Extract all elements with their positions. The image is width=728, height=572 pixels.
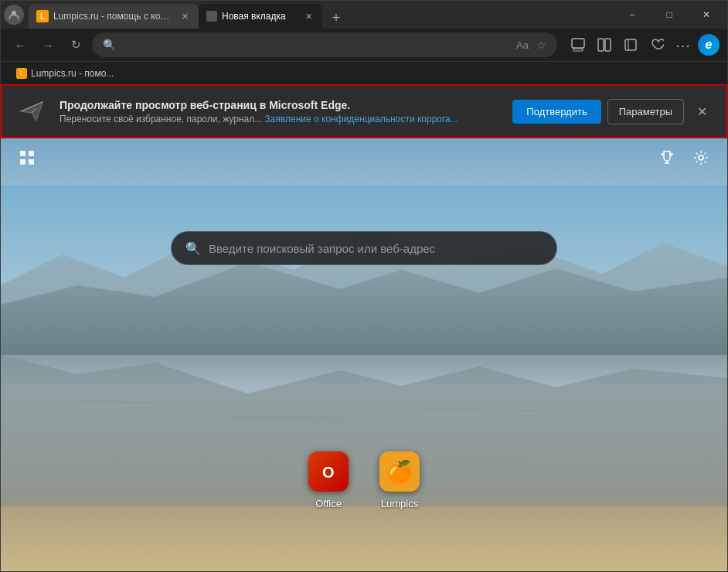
tab1-favicon: L [36,10,49,22]
favorites-icon[interactable]: ☆ [536,39,546,51]
address-bar[interactable]: 🔍 Аа ☆ [92,32,557,57]
new-tab-topbar [1,138,727,177]
search-container: 🔍 Введите поисковый запрос или веб-адрес [171,231,557,265]
profile-icon[interactable] [4,5,24,25]
maximize-button[interactable]: □ [651,2,687,27]
bookmark-bar: L Lumpics.ru - помо... [1,61,727,84]
tab1-title: Lumpics.ru - помощь с компьют... [53,11,174,22]
tab-manager-icon[interactable] [566,33,590,56]
tab2-favicon [206,11,217,22]
trophy-icon[interactable] [653,144,681,172]
office-icon: O [308,451,349,492]
profile-heart-icon[interactable] [645,33,668,56]
address-search-icon: 🔍 [103,39,116,51]
address-bar-icons: Аа ☆ [516,39,546,51]
office-label: Office [315,498,342,509]
collections-icon[interactable] [619,33,642,56]
browser-window: L Lumpics.ru - помощь с компьют... ✕ Нов… [0,0,728,572]
svg-text:O: O [322,464,335,481]
svg-rect-5 [625,39,636,50]
edge-icon[interactable]: e [698,34,719,56]
tab2-title: Новая вкладка [222,11,298,22]
refresh-button[interactable]: ↻ [64,33,87,56]
banner-close-button[interactable]: ✕ [690,100,713,123]
minimize-button[interactable]: − [614,2,650,27]
svg-rect-17 [29,151,34,156]
svg-rect-18 [20,159,26,165]
banner-text: Продолжайте просмотр веб-страниц в Micro… [60,99,502,124]
customize-icon[interactable] [687,144,715,172]
svg-point-22 [699,155,703,160]
apps-grid-icon[interactable] [13,144,41,172]
search-icon: 🔍 [185,241,201,256]
window-controls: − □ ✕ [614,2,724,27]
bookmark-lumpics-label: Lumpics.ru - помо... [31,68,114,79]
banner-actions: Подтвердить Параметры ✕ [512,99,713,124]
tab-lumpics[interactable]: L Lumpics.ru - помощь с компьют... ✕ [29,4,199,29]
mountain-svg [1,185,727,355]
tab1-close[interactable]: ✕ [179,10,191,22]
split-screen-icon[interactable] [593,33,616,56]
back-button[interactable]: ← [9,33,32,56]
title-bar: L Lumpics.ru - помощь с компьют... ✕ Нов… [1,1,727,29]
lumpics-icon: 🍊 [379,451,420,492]
tab2-close[interactable]: ✕ [302,10,315,22]
search-placeholder: Введите поисковый запрос или веб-адрес [209,242,435,255]
banner-subtitle-text: Переносите своё избранное, пароли, журна… [60,114,264,124]
app-lumpics[interactable]: 🍊 Lumpics [379,451,420,509]
banner-subtitle: Переносите своё избранное, пароли, журна… [60,114,502,124]
search-box[interactable]: 🔍 Введите поисковый запрос или веб-адрес [171,231,557,265]
svg-rect-19 [29,159,34,165]
tab-bar: L Lumpics.ru - помощь с компьют... ✕ Нов… [29,1,611,29]
banner-privacy-link[interactable]: Заявление о конфиденциальности корpora..… [264,114,458,124]
tab-new[interactable]: Новая вкладка ✕ [199,4,322,29]
browser-toolbar-right: ··· e [566,33,719,56]
forward-button[interactable]: → [36,33,60,56]
settings-button[interactable]: Параметры [607,99,684,124]
new-tab-button[interactable]: + [325,7,347,29]
bookmark-lumpics[interactable]: L Lumpics.ru - помо... [10,66,120,80]
app-office[interactable]: O Office [308,451,349,509]
new-tab-content: 🔍 Введите поисковый запрос или веб-адрес… [1,138,727,571]
close-button[interactable]: ✕ [689,2,724,27]
confirm-button[interactable]: Подтвердить [512,100,600,124]
paper-plane-icon [15,94,49,128]
svg-rect-4 [605,39,611,51]
apps-container: O Office 🍊 Lumpics [308,451,420,509]
svg-rect-1 [572,39,584,48]
nav-bar: ← → ↻ 🔍 Аа ☆ [1,29,727,61]
banner-title: Продолжайте просмотр веб-страниц в Micro… [60,99,502,111]
notification-banner: Продолжайте просмотр веб-страниц в Micro… [1,84,727,138]
lumpics-label: Lumpics [381,498,418,509]
new-tab-right-icons [653,144,715,172]
svg-rect-2 [573,49,583,51]
ground [1,506,727,571]
reader-view-icon[interactable]: Аа [516,39,529,51]
svg-rect-16 [20,151,26,156]
more-button[interactable]: ··· [672,33,695,56]
svg-rect-3 [598,39,604,51]
bookmark-lumpics-favicon: L [16,68,27,79]
